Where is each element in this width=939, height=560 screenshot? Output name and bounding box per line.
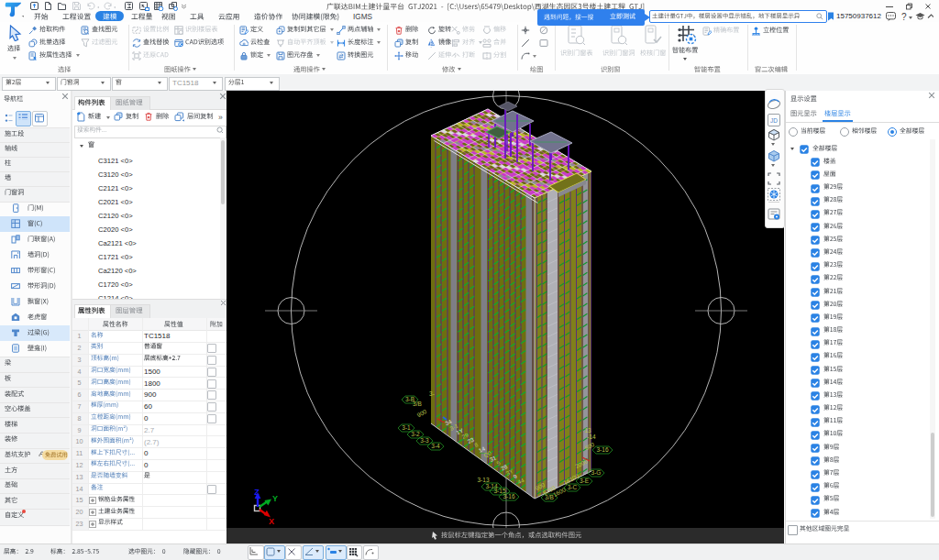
- svg-text:3/B: 3/B: [413, 401, 422, 407]
- svg-text:Y: Y: [272, 494, 278, 503]
- svg-text:JD: JD: [770, 117, 778, 124]
- svg-text:-14: -14: [587, 434, 596, 440]
- svg-text:3-C: 3-C: [568, 484, 578, 490]
- svg-text:3-13: 3-13: [477, 477, 489, 483]
- svg-text:3-G: 3-G: [591, 469, 602, 476]
- svg-text:3-1: 3-1: [402, 424, 411, 431]
- svg-text:X: X: [269, 517, 274, 526]
- svg-text:3-16: 3-16: [596, 446, 608, 453]
- svg-text:3-E: 3-E: [580, 478, 590, 484]
- svg-text:3-2: 3-2: [411, 431, 420, 437]
- svg-text:13: 13: [584, 427, 591, 434]
- svg-text:3-16: 3-16: [503, 493, 514, 500]
- svg-text:3-: 3-: [429, 390, 435, 397]
- svg-text:Z: Z: [254, 488, 260, 497]
- svg-text:3-3: 3-3: [420, 437, 429, 444]
- svg-text:3-4: 3-4: [431, 443, 440, 449]
